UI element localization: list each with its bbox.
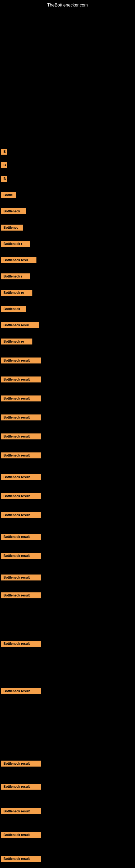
result-item-28: Bottleneck result — [1, 688, 41, 695]
result-badge-25: Bottleneck result — [1, 575, 41, 581]
result-item-6: Bottlenec — [1, 225, 23, 231]
result-badge-31: Bottleneck result — [1, 808, 41, 814]
result-item-8: Bottleneck resu — [1, 257, 37, 264]
result-item-20: Bottleneck result — [1, 474, 41, 481]
result-item-15: Bottleneck result — [1, 376, 41, 383]
result-badge-7: Bottleneck r — [1, 241, 30, 247]
result-badge-2: B — [1, 162, 7, 168]
result-badge-16: Bottleneck result — [1, 396, 41, 401]
result-item-23: Bottleneck result — [1, 534, 41, 541]
result-item-25: Bottleneck result — [1, 575, 41, 582]
result-item-10: Bottleneck re — [1, 290, 32, 297]
result-badge-24: Bottleneck result — [1, 553, 41, 559]
result-badge-18: Bottleneck result — [1, 433, 41, 439]
result-item-2: B — [1, 162, 7, 169]
result-badge-22: Bottleneck result — [1, 512, 41, 518]
result-item-1: B — [1, 149, 7, 156]
result-item-11: Bottleneck — [1, 306, 26, 313]
result-item-13: Bottleneck re — [1, 339, 32, 346]
result-item-7: Bottleneck r — [1, 241, 30, 248]
result-badge-8: Bottleneck resu — [1, 257, 37, 263]
result-item-5: Bottleneck — [1, 208, 26, 215]
result-badge-19: Bottleneck result — [1, 453, 41, 458]
result-badge-3: B — [1, 176, 7, 182]
result-item-12: Bottleneck resul — [1, 322, 39, 329]
result-badge-20: Bottleneck result — [1, 474, 41, 480]
result-item-31: Bottleneck result — [1, 808, 41, 815]
result-item-9: Bottleneck r — [1, 273, 30, 280]
result-badge-12: Bottleneck resul — [1, 322, 39, 328]
result-item-19: Bottleneck result — [1, 453, 41, 460]
result-badge-21: Bottleneck result — [1, 493, 41, 499]
result-badge-27: Bottleneck result — [1, 641, 41, 647]
result-item-3: B — [1, 176, 7, 183]
result-item-18: Bottleneck result — [1, 433, 41, 440]
result-badge-6: Bottlenec — [1, 225, 23, 230]
result-item-29: Bottleneck result — [1, 761, 41, 768]
result-badge-30: Bottleneck result — [1, 784, 41, 789]
result-badge-15: Bottleneck result — [1, 376, 41, 382]
result-item-21: Bottleneck result — [1, 493, 41, 500]
result-badge-28: Bottleneck result — [1, 688, 41, 694]
result-item-16: Bottleneck result — [1, 396, 41, 403]
site-title: TheBottlenecker.com — [0, 0, 135, 10]
result-item-24: Bottleneck result — [1, 553, 41, 560]
result-item-32: Bottleneck result — [1, 832, 41, 839]
result-badge-1: B — [1, 149, 7, 155]
result-badge-33: Bottleneck result — [1, 856, 41, 862]
result-item-30: Bottleneck result — [1, 784, 41, 791]
result-item-27: Bottleneck result — [1, 641, 41, 648]
result-badge-10: Bottleneck re — [1, 290, 32, 296]
result-badge-23: Bottleneck result — [1, 534, 41, 540]
result-item-4: Bottle — [1, 192, 16, 199]
result-badge-17: Bottleneck result — [1, 414, 41, 421]
result-item-33: Bottleneck result — [1, 856, 41, 863]
result-badge-9: Bottleneck r — [1, 273, 30, 279]
result-badge-13: Bottleneck re — [1, 339, 32, 344]
result-badge-29: Bottleneck result — [1, 761, 41, 767]
result-badge-5: Bottleneck — [1, 208, 26, 214]
result-badge-26: Bottleneck result — [1, 592, 41, 598]
result-item-14: Bottleneck result — [1, 358, 41, 365]
result-badge-11: Bottleneck — [1, 306, 26, 312]
result-item-26: Bottleneck result — [1, 592, 41, 599]
result-badge-32: Bottleneck result — [1, 832, 41, 838]
result-badge-4: Bottle — [1, 192, 16, 198]
result-item-22: Bottleneck result — [1, 512, 41, 519]
result-item-17: Bottleneck result — [1, 414, 41, 422]
result-badge-14: Bottleneck result — [1, 358, 41, 364]
